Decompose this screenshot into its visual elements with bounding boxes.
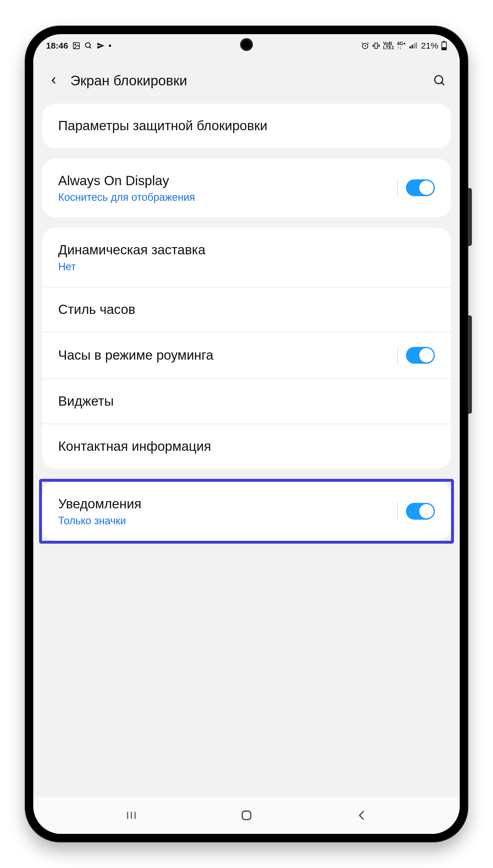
svg-point-8 <box>435 76 443 84</box>
card-notifications: Уведомления Только значки <box>42 482 451 541</box>
card-aod: Always On Display Коснитесь для отображе… <box>42 158 451 218</box>
row-dynamic-wallpaper[interactable]: Динамическая заставка Нет <box>42 228 451 287</box>
volte-icon: VoBLTE1 <box>383 42 394 50</box>
toggle-notifications[interactable] <box>406 503 435 520</box>
settings-content[interactable]: Параметры защитной блокировки Always On … <box>33 104 460 796</box>
dynamic-subtitle: Нет <box>58 261 435 273</box>
signal-icon <box>409 42 417 50</box>
recents-button[interactable] <box>123 807 140 824</box>
header: Экран блокировки <box>33 57 460 104</box>
battery-text: 21% <box>421 41 438 51</box>
phone-frame: 18:46 VoBLTE1 4G+↑↓ 21% Экран блокиров <box>25 26 468 842</box>
search-button[interactable] <box>431 72 448 89</box>
dynamic-title: Динамическая заставка <box>58 242 435 258</box>
row-notifications[interactable]: Уведомления Только значки <box>42 482 451 541</box>
card-secure-lock: Параметры защитной блокировки <box>42 104 451 148</box>
row-widgets[interactable]: Виджеты <box>42 378 451 424</box>
paper-plane-icon <box>97 42 105 50</box>
svg-rect-6 <box>443 41 445 42</box>
status-right: VoBLTE1 4G+↑↓ 21% <box>361 41 447 51</box>
network-4g-icon: 4G+↑↓ <box>397 42 406 50</box>
image-icon <box>72 42 81 50</box>
back-nav-button[interactable] <box>353 807 370 824</box>
svg-rect-7 <box>442 47 446 49</box>
page-title: Экран блокировки <box>70 73 423 89</box>
row-roaming-clock[interactable]: Часы в режиме роуминга <box>42 331 451 378</box>
row-clock-style[interactable]: Стиль часов <box>42 287 451 332</box>
home-button[interactable] <box>238 807 255 824</box>
row-secure-lock[interactable]: Параметры защитной блокировки <box>42 104 451 148</box>
battery-icon <box>441 41 447 50</box>
side-button-volume <box>468 316 472 414</box>
recents-icon <box>125 809 138 822</box>
card-lockscreen-options: Динамическая заставка Нет Стиль часов Ча… <box>42 228 451 469</box>
svg-point-1 <box>74 44 76 45</box>
widgets-title: Виджеты <box>58 393 435 410</box>
contact-info-title: Контактная информация <box>58 438 435 455</box>
back-icon <box>355 809 368 822</box>
magnify-icon <box>85 42 92 50</box>
aod-subtitle: Коснитесь для отображения <box>58 191 390 203</box>
vibrate-icon <box>372 42 380 50</box>
toggle-always-on-display[interactable] <box>406 179 435 196</box>
svg-rect-13 <box>242 811 251 819</box>
chevron-left-icon <box>48 75 59 86</box>
navigation-bar <box>33 796 460 834</box>
search-icon <box>433 74 446 87</box>
row-always-on-display[interactable]: Always On Display Коснитесь для отображе… <box>42 158 451 218</box>
front-camera <box>240 38 253 51</box>
status-time: 18:46 <box>46 41 68 51</box>
toggle-divider <box>397 178 398 197</box>
svg-point-2 <box>85 43 90 47</box>
notifications-subtitle: Только значки <box>58 515 390 527</box>
svg-line-9 <box>442 83 444 85</box>
status-left: 18:46 <box>46 41 111 51</box>
toggle-roaming-clock[interactable] <box>406 347 435 364</box>
secure-lock-title: Параметры защитной блокировки <box>58 117 435 134</box>
clock-style-title: Стиль часов <box>58 301 435 318</box>
alarm-icon <box>361 42 369 50</box>
home-icon <box>240 809 253 822</box>
row-contact-info[interactable]: Контактная информация <box>42 424 451 469</box>
toggle-divider <box>397 346 398 365</box>
highlight-notifications: Уведомления Только значки <box>39 479 454 544</box>
notifications-title: Уведомления <box>58 496 390 513</box>
side-button-power <box>468 188 472 246</box>
roaming-clock-title: Часы в режиме роуминга <box>58 347 390 364</box>
dot-icon <box>109 45 111 47</box>
svg-line-3 <box>89 47 91 49</box>
toggle-divider <box>397 502 398 521</box>
back-button[interactable] <box>45 72 62 89</box>
aod-title: Always On Display <box>58 172 390 189</box>
screen: 18:46 VoBLTE1 4G+↑↓ 21% Экран блокиров <box>33 34 460 834</box>
